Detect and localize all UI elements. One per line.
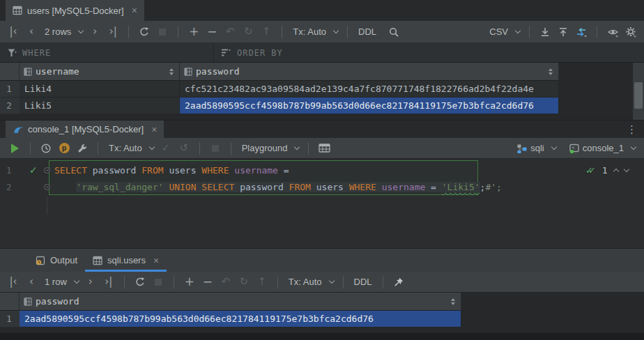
sql-token	[54, 182, 76, 192]
in-editor-results-icon[interactable]	[316, 140, 332, 157]
column-header-password[interactable]: password	[20, 293, 461, 311]
cell-password-selected[interactable]: 2aad5890595ccf4598b787b99ab563d0d66ec821…	[180, 98, 559, 114]
first-row-button[interactable]: |‹	[6, 274, 21, 291]
submit-icon: ↑	[259, 24, 274, 40]
search-icon[interactable]	[386, 24, 401, 40]
sql-code-line[interactable]: 'raw_sql_danger' UNION SELECT password F…	[54, 182, 502, 192]
success-double-check-icon: ✓✓	[585, 165, 596, 176]
session-dropdown[interactable]: console_1	[569, 140, 637, 157]
console-tabstrip: console_1 [MySQL5-Docker] × ⋮	[0, 120, 644, 138]
sql-editor[interactable]: 1 ✓ SELECT password FROM users WHERE use…	[0, 159, 644, 248]
pin-tab-icon[interactable]	[391, 274, 406, 291]
upload-icon[interactable]	[555, 24, 571, 40]
more-options-icon[interactable]: ⋮	[627, 123, 637, 136]
fold-handle-icon[interactable]	[44, 184, 50, 190]
output-tabstrip: Output sqli.users ×	[0, 248, 644, 272]
sort-updown-icon[interactable]	[451, 298, 455, 305]
vertical-scrollbar[interactable]	[633, 63, 644, 120]
previous-row-button[interactable]: ‹	[24, 24, 39, 40]
parameters-icon[interactable]: p	[56, 140, 72, 157]
delete-row-button[interactable]: −	[200, 274, 215, 291]
column-header-username[interactable]: username	[20, 63, 180, 81]
redo-icon: ↻	[240, 24, 256, 40]
previous-result-icon[interactable]	[613, 168, 618, 173]
row-number[interactable]: 2	[0, 98, 20, 114]
view-options-eye-icon[interactable]	[605, 24, 620, 40]
sql-token	[376, 182, 382, 192]
add-row-button[interactable]: +	[186, 24, 201, 40]
tx-mode-dropdown[interactable]: Tx: Auto	[290, 24, 339, 40]
sql-token: =	[284, 165, 289, 176]
close-icon[interactable]: ×	[132, 6, 137, 15]
sync-compare-icon[interactable]	[574, 24, 589, 40]
sql-token: FROM	[289, 182, 311, 192]
page-size-dropdown[interactable]: 1 row	[42, 274, 80, 291]
sort-updown-icon[interactable]	[169, 68, 174, 75]
next-row-button[interactable]: ›	[87, 24, 102, 40]
refresh-icon[interactable]	[137, 24, 152, 40]
chevron-down-icon	[74, 278, 79, 284]
next-row-button[interactable]: ›	[83, 274, 98, 291]
table-icon	[93, 256, 102, 265]
separator	[124, 276, 125, 288]
fold-handle-icon[interactable]	[44, 167, 50, 173]
page-size-dropdown[interactable]: 2 rows	[42, 24, 84, 40]
table-row: 1 2aad5890595ccf4598b787b99ab563d0d66ec8…	[0, 311, 644, 327]
sql-token: SELECT	[201, 182, 234, 192]
run-button[interactable]	[7, 140, 22, 157]
column-header-password[interactable]: password	[180, 63, 559, 81]
last-row-button[interactable]: ›|	[105, 24, 121, 40]
cell-username[interactable]: Liki5	[20, 98, 180, 114]
cell-username[interactable]: Liki4	[20, 81, 180, 98]
schema-dropdown[interactable]: sqli	[516, 140, 558, 157]
previous-row-button[interactable]: ‹	[24, 274, 39, 291]
ddl-button[interactable]: DDL	[351, 274, 375, 291]
grid-corner-cell[interactable]	[0, 63, 20, 81]
column-icon	[184, 68, 192, 76]
order-by-filter-field[interactable]: ORDER BY	[214, 43, 290, 62]
chevron-down-icon	[551, 144, 556, 150]
column-icon	[24, 68, 32, 76]
sort-updown-icon[interactable]	[549, 68, 553, 75]
settings-gear-icon[interactable]	[623, 24, 638, 40]
tx-mode-dropdown[interactable]: Tx: Auto	[106, 140, 155, 157]
console-toolbar: p Tx: Auto ✓ ↺ Playground sqli	[0, 138, 644, 159]
download-icon[interactable]	[537, 24, 553, 40]
close-icon[interactable]: ×	[151, 125, 157, 134]
close-icon[interactable]: ×	[153, 256, 159, 265]
history-clock-icon[interactable]	[38, 140, 54, 157]
next-result-icon[interactable]	[623, 167, 629, 172]
first-row-button[interactable]: |‹	[6, 24, 21, 40]
tx-mode-dropdown[interactable]: Tx: Auto	[286, 274, 335, 291]
add-row-button[interactable]: +	[182, 274, 197, 291]
sql-token: 'Liki5'	[442, 182, 480, 192]
export-format-dropdown[interactable]: CSV	[486, 24, 521, 40]
line-number[interactable]: 1	[6, 165, 19, 176]
sql-token: users	[311, 182, 349, 192]
tab-console-1[interactable]: console_1 [MySQL5-Docker] ×	[6, 121, 164, 138]
scrollbar-thumb[interactable]	[634, 82, 643, 109]
grid-corner-cell[interactable]	[0, 293, 20, 311]
delete-row-button[interactable]: −	[204, 24, 220, 40]
tab-sqli-users[interactable]: sqli.users ×	[85, 249, 167, 272]
column-icon	[24, 298, 32, 306]
sql-token: password	[234, 182, 289, 192]
settings-wrench-icon[interactable]	[75, 140, 90, 157]
users-result-grid: username password 1 Liki4 cfc521c23482ac…	[0, 63, 644, 120]
row-number[interactable]: 1	[0, 81, 20, 98]
last-row-button[interactable]: ›|	[101, 274, 116, 291]
tab-users-table[interactable]: users [MySQL5-Docker] ×	[6, 0, 144, 21]
playground-mode-dropdown[interactable]: Playground	[239, 140, 301, 157]
row-number[interactable]: 1	[0, 311, 20, 327]
tab-output[interactable]: Output	[28, 249, 85, 272]
refresh-icon[interactable]	[132, 274, 148, 291]
line-number[interactable]: 2	[6, 182, 19, 192]
cell-password[interactable]: cfc521c23482ac93a09584ad2e139c4a7fc87077…	[180, 81, 559, 98]
column-label: username	[36, 66, 79, 77]
where-filter-field[interactable]: WHERE	[0, 43, 214, 62]
cell-password-selected[interactable]: 2aad5890595ccf4598b787b99ab563d0d66ec821…	[20, 311, 461, 327]
submit-icon: ↑	[254, 274, 270, 291]
statement-ok-check-icon: ✓	[29, 164, 38, 176]
ddl-button[interactable]: DDL	[355, 24, 379, 40]
sql-code-line[interactable]: SELECT password FROM users WHERE usernam…	[54, 165, 289, 176]
